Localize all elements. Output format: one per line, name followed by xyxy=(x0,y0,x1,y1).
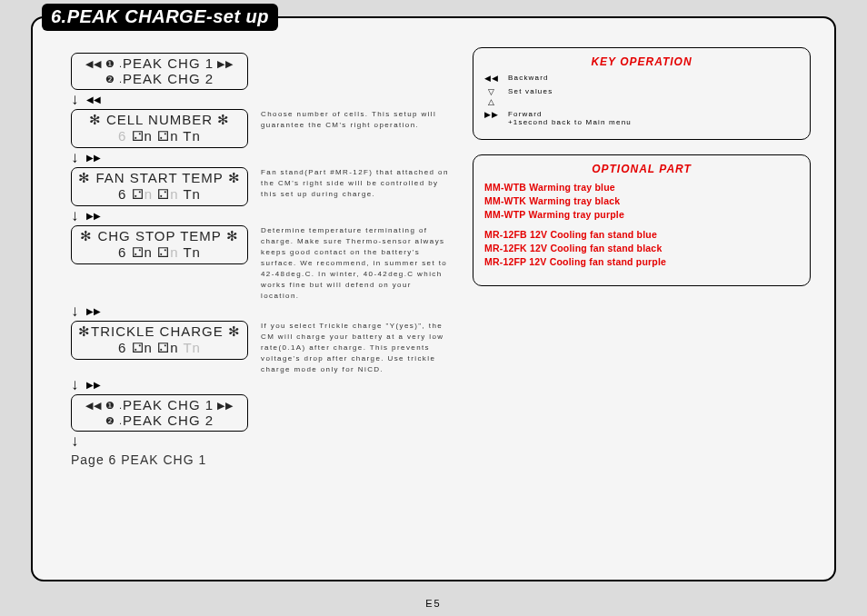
side-column: KEY OPERATION ◀◀ Backward ▽ △ Set values… xyxy=(473,47,811,467)
flow-arrow-3: ↓ ▶▶ xyxy=(71,208,456,224)
lcd-menu-peak-chg-select-bottom: ◀◀ ❶ .PEAK CHG 1 ▶▶ ❷ .PEAK CHG 2 xyxy=(71,394,248,432)
panel-key-operation: KEY OPERATION ◀◀ Backward ▽ △ Set values… xyxy=(473,47,811,140)
key-row: ◀◀ Backward xyxy=(484,74,799,84)
flow-arrow-1: ↓ ◀◀ xyxy=(71,92,456,107)
forward-icon: ▶▶ xyxy=(86,153,101,163)
optional-item: MR-12FP 12V Cooling fan stand purple xyxy=(484,255,799,269)
panel-title-optional: OPTIONAL PART xyxy=(484,163,799,175)
note-cell-number: Choose number of cells. This setup will … xyxy=(261,109,452,131)
arrow-down-icon: ↓ xyxy=(71,433,79,449)
lcd-trickle-charge: ✻TRICKLE CHARGE ✻ 6 ⚁n ⚁n Tn xyxy=(71,321,248,360)
updown-icon: ▽ △ xyxy=(484,87,499,107)
flow-arrow-2: ↓ ▶▶ xyxy=(71,150,456,165)
key-label: Forward +1second back to Main menu xyxy=(508,110,632,126)
optional-item: MR-12FK 12V Cooling fan stand black xyxy=(484,242,799,255)
note-trickle: If you select Trickle charge "Y(yes)", t… xyxy=(261,321,452,375)
back-icon: ◀◀ xyxy=(484,74,499,84)
forward-icon: ▶▶ xyxy=(484,110,499,120)
optional-list: MM-WTB Warming tray blue MM-WTK Warming … xyxy=(484,181,799,268)
optional-item: MM-WTK Warming tray black xyxy=(484,194,799,208)
key-row: ▶▶ Forward +1second back to Main menu xyxy=(484,110,799,126)
lcd-cell-number: ✻ CELL NUMBER ✻ 6 ⚁n ⚁n Tn xyxy=(71,109,248,148)
note-chg-stop: Determine temperature terminating of cha… xyxy=(261,225,452,302)
flow-column: ◀◀ ❶ .PEAK CHG 1 ▶▶ ❷ .PEAK CHG 2 ↓ ◀◀ ✻… xyxy=(56,53,456,467)
arrow-down-icon: ↓ xyxy=(71,92,79,107)
flow-arrow-6: ↓ xyxy=(71,433,456,449)
lcd-menu-peak-chg-select-top: ◀◀ ❶ .PEAK CHG 1 ▶▶ ❷ .PEAK CHG 2 xyxy=(71,53,248,90)
content-area: ◀◀ ❶ .PEAK CHG 1 ▶▶ ❷ .PEAK CHG 2 ↓ ◀◀ ✻… xyxy=(33,18,834,476)
flow-arrow-4: ↓ ▶▶ xyxy=(71,303,456,319)
panel-title-key-operation: KEY OPERATION xyxy=(484,55,799,68)
page-number: E5 xyxy=(0,598,867,609)
forward-icon: ▶▶ xyxy=(86,380,101,390)
document-frame: 6.PEAK CHARGE-set up ◀◀ ❶ .PEAK CHG 1 ▶▶… xyxy=(31,16,836,581)
key-row: ▽ △ Set values xyxy=(484,87,799,107)
back-icon: ◀◀ xyxy=(86,94,101,104)
forward-icon: ▶▶ xyxy=(86,306,101,316)
key-label: Set values xyxy=(508,87,553,95)
optional-item: MM-WTP Warming tray purple xyxy=(484,208,799,222)
arrow-down-icon: ↓ xyxy=(71,303,79,319)
arrow-down-icon: ↓ xyxy=(71,377,79,392)
optional-item: MM-WTB Warming tray blue xyxy=(484,181,799,194)
panel-optional-part: OPTIONAL PART MM-WTB Warming tray blue M… xyxy=(473,154,811,285)
forward-icon: ▶▶ xyxy=(86,211,101,221)
section-title: 6.PEAK CHARGE-set up xyxy=(42,4,278,31)
key-label: Backward xyxy=(508,74,549,82)
flow-arrow-5: ↓ ▶▶ xyxy=(71,377,456,392)
flow-footer-label: Page 6 PEAK CHG 1 xyxy=(71,452,456,467)
lcd-chg-stop-temp: ✻ CHG STOP TEMP ✻ 6 ⚁n ⚁n Tn xyxy=(71,225,248,264)
arrow-down-icon: ↓ xyxy=(71,208,79,224)
optional-item: MR-12FB 12V Cooling fan stand blue xyxy=(484,228,799,242)
arrow-down-icon: ↓ xyxy=(71,150,79,165)
lcd-fan-start-temp: ✻ FAN START TEMP ✻ 6 ⚁n ⚁n Tn xyxy=(71,167,248,206)
note-fan-start: Fan stand(Part #MR-12F) that attached on… xyxy=(261,167,452,200)
